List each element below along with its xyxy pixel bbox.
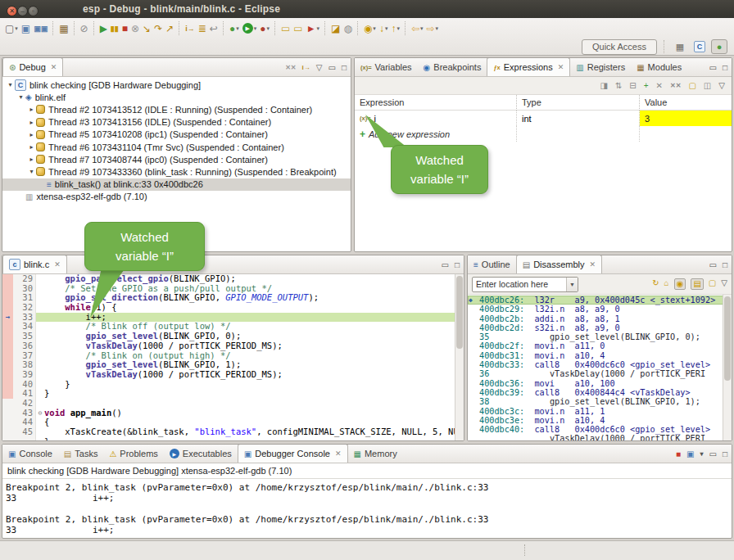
home-button[interactable]: ⌂	[664, 278, 669, 290]
show-type-names-button[interactable]: ◨	[600, 81, 608, 91]
column-expression[interactable]: Expression	[355, 95, 517, 111]
disassembly-line[interactable]: 400dbc3e: movi.n a10, 4	[468, 416, 723, 425]
gutter-annotation[interactable]	[2, 303, 13, 313]
gutter-annotation[interactable]	[2, 409, 13, 418]
tree-expand-icon[interactable]: ▸	[27, 156, 36, 163]
minimize-button[interactable]: –	[17, 6, 28, 16]
tree-expand-icon[interactable]: ▾	[27, 168, 36, 175]
disassembly-line[interactable]: 400dbc29: l32i.n a8, a9, 0	[468, 305, 723, 314]
instruction-stepping-mode-button[interactable]: i→	[302, 63, 310, 73]
expression-row[interactable]: (x)= i int 3	[355, 111, 732, 126]
debug-tree-row[interactable]: ▾Thread #9 1073433360 (blink_task : Runn…	[2, 165, 351, 178]
minimize-button[interactable]: ▭	[709, 449, 717, 459]
open-resource-button[interactable]: ▭	[292, 20, 304, 37]
gutter-annotation[interactable]	[2, 274, 13, 284]
tree-expand-icon[interactable]: ▸	[27, 106, 36, 113]
pin-editor-button[interactable]: ◉▾	[362, 20, 378, 37]
minimize-button[interactable]: ▭	[328, 63, 336, 73]
quick-access-button[interactable]: Quick Access	[582, 39, 657, 55]
tab-disassembly[interactable]: ▤Disassembly✕	[516, 255, 602, 273]
instruction-stepping-button[interactable]: i→	[184, 20, 197, 37]
disassembly-line[interactable]: 400dbc2f: movi.n a11, 0	[468, 341, 723, 350]
expression-name-cell[interactable]: (x)= i	[355, 111, 517, 126]
suspend-button[interactable]: ▮▮	[109, 20, 120, 37]
disassembly-source-line[interactable]: vTaskDelay(1000 / portTICK_PERI	[468, 434, 723, 440]
debug-tree-row[interactable]: ▸Thread #5 1073410208 (ipc1) (Suspended …	[2, 129, 351, 141]
debug-tree-row[interactable]: ▥xtensa-esp32-elf-gdb (7.10)	[2, 191, 351, 203]
tab-debug[interactable]: ⊛Debug✕	[2, 57, 63, 76]
forward-button[interactable]: ⇨▾	[424, 20, 440, 37]
tab-blink-c[interactable]: cblink.c✕	[2, 255, 67, 273]
run-button[interactable]: ▶▾	[241, 20, 259, 37]
show-logical-structures-button[interactable]: ⇅	[615, 81, 622, 91]
maximize-button[interactable]: □	[723, 260, 727, 270]
add-expression-row[interactable]: + Add new expression	[355, 126, 732, 142]
disassembly-listing[interactable]: ◆400dbc26: l32r a9, 0x400d045c <_stext+1…	[468, 295, 723, 440]
tab-expressions[interactable]: ƒxExpressions✕	[487, 57, 570, 76]
debug-perspective-button[interactable]: ●	[711, 39, 727, 54]
dropdown-arrow-icon[interactable]: ▾	[396, 25, 400, 32]
minimize-button[interactable]: ▭	[709, 260, 717, 270]
gutter-annotation[interactable]	[2, 427, 13, 437]
tab-console[interactable]: ▣Console	[2, 445, 58, 463]
maximize-button[interactable]: □	[455, 260, 460, 270]
tab-tasks[interactable]: ▤Tasks	[58, 445, 104, 463]
expression-type-cell[interactable]: int	[517, 111, 640, 126]
gutter-annotation[interactable]	[2, 437, 13, 440]
instruction-pointer-icon[interactable]: →	[2, 313, 13, 323]
build-all-button[interactable]: ◍	[342, 20, 353, 37]
editor-line[interactable]: 45 xTaskCreate(&blink_task, "blink_task"…	[2, 427, 455, 437]
editor-line[interactable]: }	[2, 437, 455, 440]
step-return-button[interactable]: ↗	[164, 20, 175, 37]
new-wizard-button[interactable]: ▢▾	[3, 20, 20, 37]
tab-close-icon[interactable]: ✕	[54, 260, 61, 269]
tree-expand-icon[interactable]: ▸	[27, 143, 36, 151]
tab-memory[interactable]: ▦Memory	[348, 445, 403, 463]
editor-scrollbar[interactable]	[455, 274, 464, 440]
save-button[interactable]: ▣	[20, 20, 32, 37]
dropdown-arrow-icon[interactable]: ▾	[385, 25, 388, 32]
dropdown-arrow-icon[interactable]: ▾	[15, 25, 18, 32]
expression-value-cell[interactable]: 3	[640, 111, 732, 126]
close-button[interactable]: ✕	[7, 6, 17, 16]
tab-close-icon[interactable]: ✕	[51, 63, 57, 71]
terminate-button[interactable]: ■	[120, 20, 129, 37]
debug-tree-row[interactable]: ▾◈blink.elf	[2, 91, 351, 103]
debug-thread-tree[interactable]: ▾Cblink checking [GDB Hardware Debugging…	[2, 77, 351, 203]
tree-expand-icon[interactable]: ▸	[27, 119, 36, 126]
maximize-button[interactable]: ▫	[28, 6, 39, 16]
show-source-button[interactable]: ▤	[691, 278, 703, 290]
remove-all-expressions-button[interactable]: ✕✕	[670, 81, 681, 91]
gutter-annotation[interactable]	[2, 341, 13, 351]
debug-tree-row[interactable]: ▾Cblink checking [GDB Hardware Debugging…	[2, 79, 351, 91]
build-button[interactable]: ▦	[57, 20, 70, 37]
disassembly-line[interactable]: 400dbc40: call8 0x400dc6c0 <gpio_set_lev…	[468, 425, 723, 434]
disassembly-source-line[interactable]: 35 gpio_set_level(BLINK_GPIO, 0);	[468, 332, 723, 341]
step-into-button[interactable]: ↘	[141, 20, 152, 37]
skip-all-breakpoints-button[interactable]: ⊘	[79, 20, 90, 37]
resume-button[interactable]: ▶	[98, 20, 109, 37]
cpp-perspective-button[interactable]: C	[691, 39, 708, 54]
disassembly-source-line[interactable]: 36 vTaskDelay(1000 / portTICK_PERI	[468, 369, 723, 378]
tab-registers[interactable]: ▥Registers	[570, 58, 631, 76]
dropdown-arrow-icon[interactable]: ▾	[420, 25, 424, 32]
disconnect-button[interactable]: ⊗	[129, 20, 141, 37]
maximize-button[interactable]: □	[723, 449, 727, 459]
open-new-view-button[interactable]: ◫	[704, 81, 711, 91]
tab-outline[interactable]: ≡Outline	[468, 255, 516, 273]
disassembly-line[interactable]: 400dbc2d: s32i.n a8, a9, 0	[468, 323, 723, 332]
tab-close-icon[interactable]: ✕	[558, 63, 564, 71]
minimize-button[interactable]: ▭	[709, 63, 717, 73]
debug-tree-row[interactable]: ▸Thread #2 1073413512 (IDLE : Running) (…	[2, 103, 351, 115]
disassembly-line[interactable]: 400dbc39: call8 0x400844c4 <vTaskDelay>	[468, 388, 723, 397]
gutter-annotation[interactable]	[2, 418, 13, 427]
maximize-button[interactable]: □	[723, 63, 727, 73]
tab-debugger-console[interactable]: ▣Debugger Console✕	[238, 444, 348, 463]
new-view-button[interactable]: ▢	[688, 81, 695, 91]
dropdown-arrow-icon[interactable]: ▾	[266, 25, 270, 32]
collapse-all-button[interactable]: ⊟	[629, 81, 636, 91]
previous-annotation-button[interactable]: ↑▾	[389, 20, 401, 37]
debug-tree-row[interactable]: ▸Thread #7 1073408744 (ipc0) (Suspended …	[2, 153, 351, 165]
gutter-annotation[interactable]	[2, 332, 13, 341]
terminate-console-button[interactable]: ■	[676, 449, 681, 459]
